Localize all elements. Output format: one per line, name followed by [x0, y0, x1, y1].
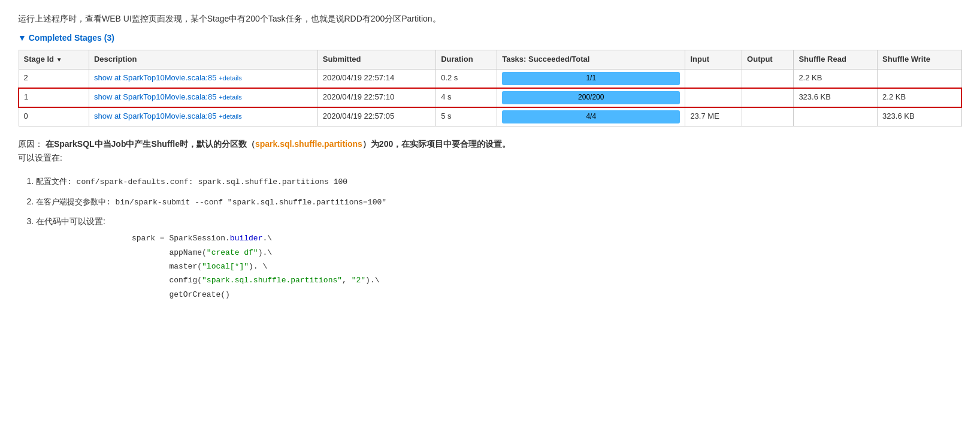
reason-highlight: spark.sql.shuffle.partitions: [255, 139, 362, 149]
cell-output: [742, 88, 794, 107]
cell-shuffle-read: [794, 107, 878, 126]
details-link[interactable]: +details: [219, 74, 241, 82]
col-shuffle-write: Shuffle Write: [878, 50, 961, 69]
cell-submitted: 2020/04/19 22:57:05: [317, 107, 435, 126]
details-link[interactable]: +details: [219, 94, 241, 101]
settings-list: 配置文件: conf/spark-defaults.conf: spark.sq…: [18, 174, 962, 302]
table-row: 2show at SparkTop10Movie.scala:85+detail…: [19, 69, 961, 88]
cell-shuffle-write: 2.2 KB: [878, 88, 961, 107]
stages-table: Stage Id ▼ Description Submitted Duratio…: [18, 50, 962, 126]
cell-input: [685, 69, 742, 88]
list-item-1: 配置文件: conf/spark-defaults.conf: spark.sq…: [36, 174, 962, 189]
list-item-3-prefix: 在代码中可以设置:: [36, 216, 105, 226]
cell-shuffle-write: 323.6 KB: [878, 107, 961, 126]
stage-link[interactable]: show at SparkTop10Movie.scala:85: [94, 111, 217, 120]
progress-bar-container: 1/1: [502, 72, 680, 85]
cell-input: 23.7 ME: [685, 107, 742, 126]
cell-submitted: 2020/04/19 22:57:10: [317, 88, 435, 107]
cell-tasks: 4/4: [497, 107, 685, 126]
intro-paragraph: 运行上述程序时，查看WEB UI监控页面发现，某个Stage中有200个Task…: [18, 12, 962, 25]
cell-output: [742, 107, 794, 126]
reason-text1: 在SparkSQL中当Job中产生Shuffle时，默认的分区数（: [46, 139, 255, 149]
sort-icon: ▼: [56, 56, 62, 63]
details-link[interactable]: +details: [219, 113, 241, 120]
table-row: 0show at SparkTop10Movie.scala:85+detail…: [19, 107, 961, 126]
cell-description: show at SparkTop10Movie.scala:85+details: [89, 107, 317, 126]
code-line4: config("spark.sql.shuffle.partitions", "…: [132, 276, 380, 285]
list-item-2-text: 在客户端提交参数中: bin/spark-submit --conf "spar…: [36, 198, 386, 207]
cell-output: [742, 69, 794, 88]
code-line1: spark = SparkSession.builder.\: [132, 234, 272, 243]
cell-shuffle-read: 323.6 KB: [794, 88, 878, 107]
progress-bar-label: 4/4: [502, 110, 680, 123]
progress-bar-label: 1/1: [502, 72, 680, 85]
list-item-1-text: 配置文件: conf/spark-defaults.conf: spark.sq…: [36, 177, 347, 186]
list-item-3: 在代码中可以设置: spark = SparkSession.builder.\…: [36, 214, 962, 302]
progress-bar-label: 200/200: [502, 91, 680, 104]
col-tasks: Tasks: Succeeded/Total: [497, 50, 685, 69]
cell-stage-id: 1: [19, 88, 89, 107]
col-duration: Duration: [436, 50, 497, 69]
code-line3: master("local[*]"). \: [132, 262, 267, 271]
reason-text2: ）为200，在实际项目中要合理的设置。: [362, 139, 510, 149]
cell-duration: 5 s: [436, 107, 497, 126]
cell-tasks: 1/1: [497, 69, 685, 88]
cell-duration: 0.2 s: [436, 69, 497, 88]
list-item-2: 在客户端提交参数中: bin/spark-submit --conf "spar…: [36, 194, 962, 209]
table-row: 1show at SparkTop10Movie.scala:85+detail…: [19, 88, 961, 107]
table-header-row: Stage Id ▼ Description Submitted Duratio…: [19, 50, 961, 69]
cell-description: show at SparkTop10Movie.scala:85+details: [89, 69, 317, 88]
reason-text3: 可以设置在:: [18, 153, 62, 162]
col-description: Description: [89, 50, 317, 69]
section-title-completed-stages: Completed Stages (3): [18, 31, 962, 44]
reason-label: 原因：: [18, 139, 43, 149]
col-input: Input: [685, 50, 742, 69]
cell-stage-id: 0: [19, 107, 89, 126]
cell-stage-id: 2: [19, 69, 89, 88]
stage-link[interactable]: show at SparkTop10Movie.scala:85: [94, 73, 217, 82]
col-stage-id[interactable]: Stage Id ▼: [19, 50, 89, 69]
cell-duration: 4 s: [436, 88, 497, 107]
cell-tasks: 200/200: [497, 88, 685, 107]
cell-submitted: 2020/04/19 22:57:14: [317, 69, 435, 88]
code-block: spark = SparkSession.builder.\ appName("…: [36, 231, 962, 302]
reason-paragraph: 原因： 在SparkSQL中当Job中产生Shuffle时，默认的分区数（spa…: [18, 137, 962, 166]
col-shuffle-read: Shuffle Read: [794, 50, 878, 69]
col-submitted: Submitted: [317, 50, 435, 69]
cell-shuffle-write: [878, 69, 961, 88]
cell-description: show at SparkTop10Movie.scala:85+details: [89, 88, 317, 107]
col-output: Output: [742, 50, 794, 69]
code-line5: getOrCreate(): [132, 290, 230, 299]
progress-bar-container: 4/4: [502, 110, 680, 123]
progress-bar-container: 200/200: [502, 91, 680, 104]
code-line2: appName("create df").\: [132, 248, 272, 257]
stage-link[interactable]: show at SparkTop10Movie.scala:85: [94, 92, 217, 101]
cell-shuffle-read: 2.2 KB: [794, 69, 878, 88]
cell-input: [685, 88, 742, 107]
